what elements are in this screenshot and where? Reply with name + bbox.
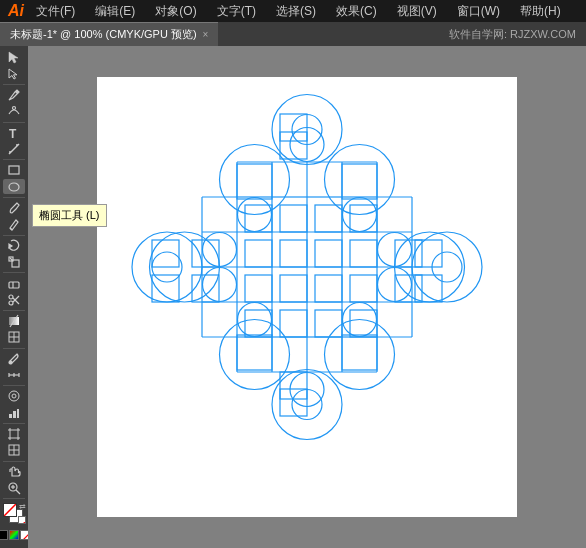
app-logo: Ai — [8, 2, 24, 20]
menu-window[interactable]: 窗口(W) — [453, 1, 504, 22]
svg-rect-100 — [245, 275, 272, 302]
svg-point-31 — [9, 391, 19, 401]
scale-tool[interactable] — [3, 255, 25, 270]
svg-rect-35 — [17, 409, 19, 418]
line-tool[interactable] — [3, 142, 25, 157]
svg-rect-113 — [350, 310, 377, 337]
scissors-tool[interactable] — [3, 292, 25, 307]
curvature-tool[interactable] — [3, 104, 25, 119]
svg-rect-109 — [315, 310, 342, 337]
rotate-tool[interactable] — [3, 238, 25, 253]
svg-line-55 — [19, 522, 25, 524]
svg-rect-124 — [395, 240, 422, 267]
paintbrush-tool[interactable] — [3, 201, 25, 216]
svg-point-32 — [12, 394, 16, 398]
measure-tool[interactable] — [3, 368, 25, 383]
menu-view[interactable]: 视图(V) — [393, 1, 441, 22]
color-fill-button[interactable] — [0, 530, 8, 540]
tab-close-button[interactable]: × — [203, 29, 209, 40]
svg-marker-11 — [9, 244, 12, 248]
svg-point-88 — [220, 145, 290, 215]
menu-text[interactable]: 文字(T) — [213, 1, 260, 22]
svg-rect-111 — [350, 240, 377, 267]
swap-colors-icon[interactable]: ⇄ — [19, 502, 26, 511]
divider-4 — [3, 197, 25, 198]
svg-rect-138 — [415, 240, 442, 267]
tab-label: 未标题-1* @ 100% (CMYK/GPU 预览) — [10, 27, 197, 42]
svg-point-90 — [220, 320, 290, 390]
gradient-tool[interactable] — [3, 314, 25, 329]
svg-rect-117 — [342, 335, 377, 370]
menu-select[interactable]: 选择(S) — [272, 1, 320, 22]
divider-2 — [3, 122, 25, 123]
title-bar: Ai 文件(F) 编辑(E) 对象(O) 文字(T) 选择(S) 效果(C) 视… — [0, 0, 586, 22]
color-area: ⇄ — [0, 502, 30, 540]
main-area: T 椭圆工具 (L) — [0, 46, 586, 548]
svg-rect-33 — [9, 414, 12, 418]
mesh-tool[interactable] — [3, 330, 25, 345]
text-tool[interactable]: T — [3, 125, 25, 140]
svg-rect-102 — [280, 205, 307, 232]
svg-rect-122 — [192, 240, 219, 267]
menu-object[interactable]: 对象(O) — [151, 1, 200, 22]
svg-rect-34 — [13, 411, 16, 418]
svg-text:T: T — [9, 127, 17, 140]
svg-line-51 — [16, 490, 20, 494]
menu-edit[interactable]: 编辑(E) — [91, 1, 139, 22]
svg-rect-98 — [245, 205, 272, 232]
tab-bar: 未标题-1* @ 100% (CMYK/GPU 预览) × 软件自学网: RJZ… — [0, 22, 586, 46]
svg-line-10 — [10, 228, 12, 230]
svg-rect-123 — [192, 275, 219, 302]
svg-marker-0 — [9, 52, 18, 63]
artwork-svg — [97, 77, 517, 517]
menu-help[interactable]: 帮助(H) — [516, 1, 565, 22]
svg-rect-107 — [315, 240, 342, 267]
ellipse-tool[interactable] — [3, 179, 25, 194]
symbol-tool[interactable] — [3, 389, 25, 404]
menu-bar: 文件(F) 编辑(E) 对象(O) 文字(T) 选择(S) 效果(C) 视图(V… — [32, 1, 565, 22]
hand-tool[interactable] — [3, 464, 25, 479]
svg-point-17 — [9, 295, 13, 299]
divider-12 — [3, 498, 25, 499]
divider-11 — [3, 461, 25, 462]
svg-rect-104 — [280, 275, 307, 302]
chart-tool[interactable] — [3, 405, 25, 420]
svg-rect-116 — [237, 335, 272, 370]
svg-point-89 — [325, 145, 395, 215]
eraser-tool[interactable] — [3, 276, 25, 291]
eyedropper-tool[interactable] — [3, 351, 25, 366]
zoom-tool[interactable] — [3, 481, 25, 496]
none-color-box[interactable] — [18, 516, 26, 524]
canvas-paper — [97, 77, 517, 517]
divider-3 — [3, 159, 25, 160]
artboard-tool[interactable] — [3, 427, 25, 442]
svg-rect-8 — [9, 166, 19, 174]
slice-tool[interactable] — [3, 443, 25, 458]
divider-8 — [3, 348, 25, 349]
svg-rect-36 — [10, 430, 18, 438]
toolbar: T 椭圆工具 (L) — [0, 46, 28, 548]
gradient-fill-button[interactable] — [9, 530, 19, 540]
pencil-tool[interactable] — [3, 217, 25, 232]
divider-7 — [3, 310, 25, 311]
svg-rect-106 — [315, 205, 342, 232]
divider-1 — [3, 84, 25, 85]
menu-effect[interactable]: 效果(C) — [332, 1, 381, 22]
svg-rect-114 — [237, 164, 272, 199]
pen-tool[interactable] — [3, 88, 25, 103]
divider-5 — [3, 235, 25, 236]
active-tab[interactable]: 未标题-1* @ 100% (CMYK/GPU 预览) × — [0, 22, 218, 46]
svg-point-3 — [13, 107, 16, 110]
direct-selection-tool[interactable] — [3, 67, 25, 82]
svg-rect-15 — [9, 282, 19, 288]
svg-point-26 — [9, 361, 12, 364]
svg-line-54 — [4, 504, 16, 516]
svg-point-18 — [9, 301, 13, 305]
menu-file[interactable]: 文件(F) — [32, 1, 79, 22]
svg-rect-110 — [350, 205, 377, 232]
fill-color-box[interactable] — [3, 503, 17, 517]
svg-rect-105 — [280, 310, 307, 337]
selection-tool[interactable] — [3, 50, 25, 65]
rectangle-tool[interactable] — [3, 163, 25, 178]
svg-rect-115 — [342, 164, 377, 199]
